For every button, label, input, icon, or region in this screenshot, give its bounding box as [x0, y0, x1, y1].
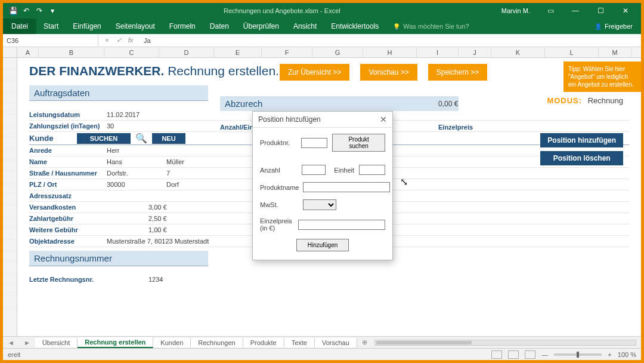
sheet-tab-kunden[interactable]: Kunden: [153, 338, 191, 347]
tab-entwicklertools[interactable]: Entwicklertools: [324, 19, 386, 34]
minimize-button[interactable]: —: [565, 3, 586, 19]
anrede-value[interactable]: Herr: [107, 147, 166, 154]
ribbon: Datei Start Einfügen Seitenlayout Formel…: [3, 19, 641, 34]
share-button[interactable]: Freigeber: [586, 23, 641, 30]
versandkosten-value[interactable]: 3,00 €: [148, 204, 167, 211]
undo-icon[interactable]: ↶: [22, 7, 30, 15]
produkt-suchen-button[interactable]: Produkt suchen: [332, 134, 385, 152]
letzte-rechnungsnr-value[interactable]: 1234: [148, 276, 163, 283]
overview-button[interactable]: Zur Übersicht >>: [280, 64, 349, 81]
account-username[interactable]: Marvin M.: [501, 7, 530, 14]
sheet-nav-next-icon[interactable]: ►: [19, 339, 35, 346]
ort-value[interactable]: Dorf: [166, 181, 179, 188]
save-icon[interactable]: 💾: [9, 7, 17, 15]
col-m[interactable]: M: [599, 47, 631, 57]
zoom-in-icon[interactable]: +: [608, 351, 611, 358]
anzahl-input[interactable]: [302, 165, 326, 175]
col-k[interactable]: K: [491, 47, 545, 57]
col-a[interactable]: A: [17, 47, 39, 57]
normal-view-icon[interactable]: [491, 350, 502, 359]
maximize-button[interactable]: ☐: [590, 3, 611, 19]
plz-value[interactable]: 30000: [107, 181, 166, 188]
col-j[interactable]: J: [459, 47, 491, 57]
produktname-input[interactable]: [303, 182, 390, 192]
tab-einfuegen[interactable]: Einfügen: [66, 19, 108, 34]
select-all-cell[interactable]: [3, 47, 17, 57]
modus-value[interactable]: Rechnung: [588, 96, 623, 105]
cancel-formula-icon[interactable]: ×: [102, 36, 112, 44]
qat-dropdown-icon[interactable]: ▾: [48, 7, 57, 15]
objektadresse-value[interactable]: Musterstraße 7, 80123 Musterstadt: [107, 238, 209, 245]
produktnr-input[interactable]: [301, 138, 327, 148]
search-icon[interactable]: 🔍: [135, 133, 147, 144]
dialog-close-icon[interactable]: ✕: [380, 115, 387, 124]
col-c[interactable]: C: [104, 47, 159, 57]
section-rechnungsnummer: Rechnungsnummer: [29, 251, 208, 266]
enter-formula-icon[interactable]: ✓: [114, 36, 123, 44]
tab-seitenlayout[interactable]: Seitenlayout: [109, 19, 162, 34]
weitere-gebuehr-value[interactable]: 1,00 €: [148, 226, 167, 233]
column-headers: A B C D E F G H I J K L M: [3, 47, 641, 58]
col-l[interactable]: L: [545, 47, 599, 57]
name-box[interactable]: C36: [3, 34, 98, 47]
horizontal-scrollbar[interactable]: [374, 340, 636, 346]
sheet-tab-uebersicht[interactable]: Übersicht: [35, 338, 78, 347]
mwst-select[interactable]: [303, 199, 336, 210]
tab-formeln[interactable]: Formeln: [162, 19, 203, 34]
col-e[interactable]: E: [214, 47, 262, 57]
formula-value[interactable]: Ja: [139, 37, 151, 44]
zoom-out-icon[interactable]: —: [541, 351, 548, 358]
col-b[interactable]: B: [39, 47, 104, 57]
kunde-suchen-button[interactable]: SUCHEN: [77, 133, 131, 144]
window-title: Rechnungen und Angebote.xlsm - Excel: [63, 7, 501, 14]
page-break-view-icon[interactable]: [525, 350, 535, 359]
ribbon-options-icon[interactable]: ▭: [540, 3, 561, 19]
hint-callout: Tipp: Wählen Sie hier "Angebot" um ledig…: [564, 61, 641, 92]
delete-position-button[interactable]: Position löschen: [540, 151, 623, 165]
einheit-input[interactable]: [359, 165, 385, 175]
name-vorname[interactable]: Hans: [107, 158, 166, 165]
col-g[interactable]: G: [312, 47, 363, 57]
tell-me-search[interactable]: Was möchten Sie tun?: [386, 23, 476, 30]
plz-label: PLZ / Ort: [29, 181, 107, 188]
add-position-button[interactable]: Position hinzufügen: [540, 133, 623, 147]
fx-icon[interactable]: fx: [126, 36, 135, 44]
col-d[interactable]: D: [159, 47, 214, 57]
zahlungsziel-value[interactable]: 30: [107, 122, 166, 130]
einzelpreis-input[interactable]: [298, 220, 385, 230]
redo-icon[interactable]: ↷: [35, 7, 44, 15]
close-button[interactable]: ✕: [615, 3, 636, 19]
sheet-tab-produkte[interactable]: Produkte: [243, 338, 284, 347]
hausnummer-value[interactable]: 7: [166, 170, 170, 177]
name-nachname[interactable]: Müller: [166, 158, 184, 165]
sheet-tab-vorschau[interactable]: Vorschau: [315, 338, 357, 347]
produktnr-label: Produktnr.: [260, 139, 296, 146]
col-h[interactable]: H: [363, 47, 417, 57]
tab-start[interactable]: Start: [36, 19, 66, 34]
sheet-tab-texte[interactable]: Texte: [284, 338, 315, 347]
kunde-neu-button[interactable]: NEU: [152, 133, 185, 144]
tab-daten[interactable]: Daten: [203, 19, 236, 34]
file-tab[interactable]: Datei: [3, 19, 36, 34]
zoom-level[interactable]: 100 %: [618, 351, 636, 358]
save-button[interactable]: Speichern >>: [428, 64, 487, 81]
sheet-tab-rechnungen[interactable]: Rechnungen: [191, 338, 243, 347]
hinzufuegen-button[interactable]: Hinzufügen: [296, 239, 349, 251]
sheet-nav-prev-icon[interactable]: ◄: [3, 339, 19, 346]
page-layout-view-icon[interactable]: [508, 350, 519, 359]
tab-ansicht[interactable]: Ansicht: [286, 19, 324, 34]
col-f[interactable]: F: [262, 47, 312, 57]
zahlungsziel-label: Zahlungsziel (inTagen): [29, 122, 107, 130]
zoom-slider[interactable]: [554, 353, 602, 356]
preview-button[interactable]: Vorschau >>: [360, 64, 417, 81]
add-sheet-icon[interactable]: ⊕: [357, 339, 372, 346]
col-i[interactable]: I: [417, 47, 459, 57]
sheet-tab-rechnung-erstellen[interactable]: Rechnung erstellen: [78, 337, 153, 348]
zahlartgebuehr-value[interactable]: 2,50 €: [148, 215, 167, 222]
tab-ueberpruefen[interactable]: Überprüfen: [236, 19, 286, 34]
brand-title: DER FINANZWERKER.: [29, 64, 164, 78]
leistungsdatum-value[interactable]: 11.02.2017: [107, 111, 166, 118]
strasse-value[interactable]: Dorfstr.: [107, 170, 166, 177]
produktname-label: Produktname: [260, 184, 298, 191]
mouse-cursor-icon: ⤡: [400, 176, 408, 187]
